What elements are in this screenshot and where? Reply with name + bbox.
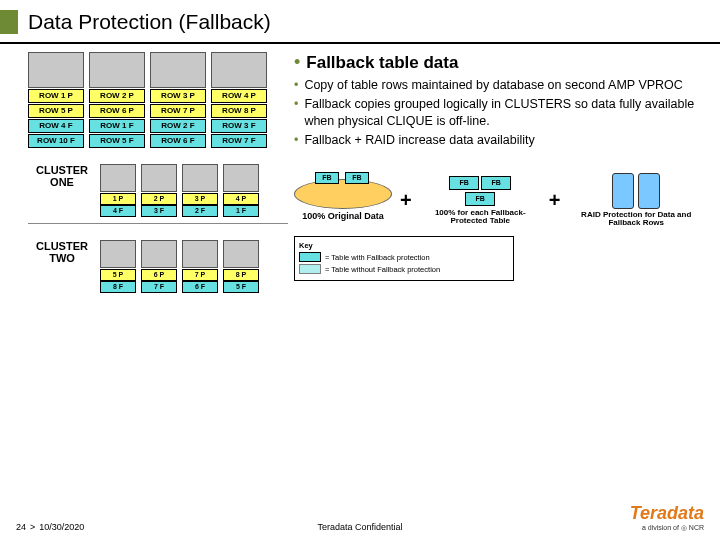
fallback-stack: FB FB FB 100% for each Fallback-Protecte… (420, 175, 541, 227)
footer-date: 10/30/2020 (39, 522, 84, 532)
content: ROW 1 PROW 5 PROW 4 FROW 10 FROW 2 PROW … (0, 52, 720, 293)
page-number: 24 (16, 522, 26, 532)
row-cell: ROW 1 F (89, 119, 145, 133)
bullet-item: •Copy of table rows maintained by databa… (294, 77, 704, 94)
cluster-label: CLUSTERTWO (28, 240, 96, 264)
row-cell: ROW 3 P (150, 89, 206, 103)
mini-cylinder-icon (223, 164, 259, 192)
mini-cell: 4 P (223, 193, 259, 205)
cluster-diagrams: CLUSTERONE1 P4 F2 P3 F3 P2 F4 P1 FCLUSTE… (28, 164, 288, 293)
mini-cell: 3 F (141, 205, 177, 217)
fb-cell: FB (465, 192, 495, 206)
mini-cylinder-icon (141, 164, 177, 192)
amp-cylinder-icon (211, 52, 267, 88)
bullet-item: •Fallback copies grouped logically in CL… (294, 96, 704, 130)
amp-column: ROW 4 PROW 8 PROW 3 FROW 7 F (211, 52, 267, 148)
mini-cell: 5 F (223, 281, 259, 293)
cluster-row: 1 P4 F2 P3 F3 P2 F4 P1 F (100, 164, 259, 217)
amp-column: ROW 2 PROW 6 PROW 1 FROW 5 F (89, 52, 145, 148)
mini-cell: 7 P (182, 269, 218, 281)
mini-cylinder-icon (182, 164, 218, 192)
swatch-fb-icon (299, 252, 321, 262)
row-cell: ROW 4 F (28, 119, 84, 133)
mini-cell: 6 P (141, 269, 177, 281)
row-cell: ROW 5 F (89, 134, 145, 148)
mini-cylinder-icon (100, 240, 136, 268)
fb-cell: FB (481, 176, 511, 190)
footer-sep: > (30, 522, 35, 532)
plus-icon: + (400, 189, 412, 212)
brand-subtext: a division of ◎ NCR (630, 524, 704, 532)
cluster-column: 7 P6 F (182, 240, 218, 293)
fb-tag: FB (315, 172, 339, 184)
fb-cell: FB (449, 176, 479, 190)
original-data-block: FB FB 100% Original Data (294, 179, 392, 221)
bullet-text: Fallback + RAID increase data availabili… (304, 132, 534, 149)
fallback-diagram: FB FB 100% Original Data + FB FB FB 100%… (294, 173, 704, 229)
cluster-column: 6 P7 F (141, 240, 177, 293)
mini-cell: 6 F (182, 281, 218, 293)
title-bar: Data Protection (Fallback) (0, 0, 720, 38)
key-text: = Table with Fallback protection (325, 253, 430, 262)
row-cell: ROW 7 F (211, 134, 267, 148)
mini-cell: 1 F (223, 205, 259, 217)
cluster-column: 4 P1 F (223, 164, 259, 217)
plus-icon: + (549, 189, 561, 212)
cluster-column: 2 P3 F (141, 164, 177, 217)
right-column: • Fallback table data •Copy of table row… (288, 52, 704, 293)
key-text: = Table without Fallback protection (325, 265, 440, 274)
raid-caption: RAID Protection for Data and Fallback Ro… (568, 211, 704, 229)
subheading: Fallback table data (306, 53, 458, 73)
original-data-label: 100% Original Data (294, 211, 392, 221)
mini-cell: 2 F (182, 205, 218, 217)
mini-cell: 2 P (141, 193, 177, 205)
raid-cylinder-icon (612, 173, 634, 209)
cluster-label: CLUSTERONE (28, 164, 96, 188)
mini-cylinder-icon (182, 240, 218, 268)
row-cell: ROW 7 P (150, 104, 206, 118)
key-box: Key = Table with Fallback protection = T… (294, 236, 514, 281)
row-cell: ROW 8 P (211, 104, 267, 118)
footer-center: Teradata Confidential (317, 522, 402, 532)
data-disc: FB FB (294, 179, 392, 209)
fb-tag: FB (345, 172, 369, 184)
row-cell: ROW 2 F (150, 119, 206, 133)
mini-cell: 1 P (100, 193, 136, 205)
cluster-column: 3 P2 F (182, 164, 218, 217)
row-cell: ROW 6 F (150, 134, 206, 148)
bullet-icon: • (294, 132, 298, 149)
row-cell: ROW 2 P (89, 89, 145, 103)
amp-column: ROW 1 PROW 5 PROW 4 FROW 10 F (28, 52, 84, 148)
title-accent (0, 10, 18, 34)
key-row: = Table with Fallback protection (299, 252, 509, 262)
row-cell: ROW 10 F (28, 134, 84, 148)
slide-title: Data Protection (Fallback) (28, 10, 271, 34)
cluster-column: 1 P4 F (100, 164, 136, 217)
mini-cylinder-icon (141, 240, 177, 268)
mini-cell: 4 F (100, 205, 136, 217)
mini-cylinder-icon (223, 240, 259, 268)
footer-right: Teradata a division of ◎ NCR (630, 503, 704, 532)
footer: 24 > 10/30/2020 Teradata Confidential Te… (16, 503, 704, 532)
amp-grid: ROW 1 PROW 5 PROW 4 FROW 10 FROW 2 PROW … (28, 52, 288, 148)
raid-stack: RAID Protection for Data and Fallback Ro… (568, 173, 704, 229)
amp-cylinder-icon (28, 52, 84, 88)
title-rule (0, 42, 720, 44)
amp-column: ROW 3 PROW 7 PROW 2 FROW 6 F (150, 52, 206, 148)
footer-left: 24 > 10/30/2020 (16, 522, 84, 532)
row-cell: ROW 6 P (89, 104, 145, 118)
amp-cylinder-icon (89, 52, 145, 88)
mini-cell: 3 P (182, 193, 218, 205)
fallback-caption: 100% for each Fallback-Protected Table (420, 209, 541, 227)
swatch-nofb-icon (299, 264, 321, 274)
cluster-divider (28, 223, 288, 224)
left-column: ROW 1 PROW 5 PROW 4 FROW 10 FROW 2 PROW … (28, 52, 288, 293)
bullet-text: Copy of table rows maintained by databas… (304, 77, 682, 94)
bullet-list: •Copy of table rows maintained by databa… (294, 77, 704, 149)
amp-cylinder-icon (150, 52, 206, 88)
bullet-item: •Fallback + RAID increase data availabil… (294, 132, 704, 149)
cluster-block: CLUSTERTWO5 P8 F6 P7 F7 P6 F8 P5 F (28, 240, 288, 293)
row-cell: ROW 1 P (28, 89, 84, 103)
row-cell: ROW 4 P (211, 89, 267, 103)
raid-cylinder-icon (638, 173, 660, 209)
